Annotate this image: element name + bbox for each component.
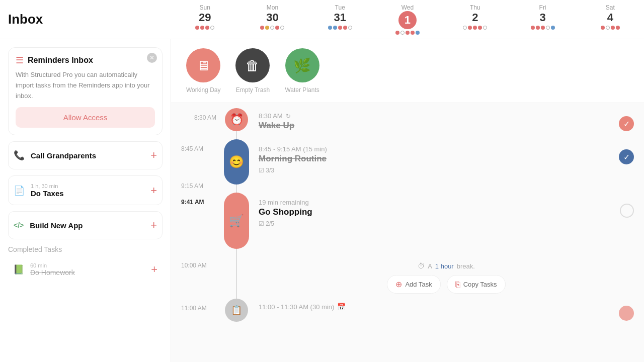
water-plants-event[interactable]: 🌿 Water Plants	[285, 48, 319, 94]
dot	[601, 26, 605, 30]
phone-icon: 📞	[14, 150, 25, 161]
add-task-button[interactable]: ⊕ Add Task	[387, 275, 440, 294]
timeline-entry-wake-up[interactable]: 8:30 AM ⏰ 8:30 AM ↻ Wake Up ✓	[181, 108, 634, 139]
dot	[210, 26, 214, 30]
dot	[328, 26, 332, 30]
cal-day-wed[interactable]: Wed 1	[374, 4, 441, 35]
event-title-active: Go Shopping	[259, 207, 620, 217]
dot	[551, 26, 555, 30]
empty-trash-icon: 🗑	[235, 48, 270, 82]
event-time: 11:00 - 11:30 AM (30 min) 📅	[259, 303, 619, 311]
item-label: Call Grandparents	[31, 151, 150, 160]
completed-sub: 60 min	[30, 262, 151, 268]
connector-line	[236, 249, 237, 257]
cal-day-tue[interactable]: Tue 31	[306, 4, 374, 35]
timeline-break-row: 10:00 AM ⏱ A 1 hour break. ⊕	[181, 257, 634, 299]
dot	[546, 26, 550, 30]
cal-day-thu[interactable]: Thu 2	[441, 4, 509, 35]
dot	[400, 31, 405, 35]
time-label: 10:00 AM	[181, 262, 216, 269]
break-text: ⏱ A 1 hour break.	[418, 262, 475, 270]
cal-day-sat[interactable]: Sat 4	[577, 4, 644, 35]
sidebar: ☰ Reminders Inbox ✕ With Structured Pro …	[0, 39, 171, 362]
page-title: Inbox	[8, 12, 43, 27]
event-subtitle: ☑ 2/5	[259, 220, 620, 227]
cal-day-num: 3	[509, 11, 576, 24]
copy-icon: ⎘	[455, 280, 460, 289]
list-item[interactable]: </> Build New App +	[8, 211, 163, 239]
dot	[478, 26, 482, 30]
cal-day-mon[interactable]: Mon 30	[238, 4, 306, 35]
item-label: Build New App	[30, 221, 150, 230]
event-title: Morning Routine	[259, 154, 619, 164]
dot	[483, 26, 487, 30]
dot	[280, 26, 284, 30]
empty-trash-label: Empty Trash	[236, 86, 270, 94]
break-highlight: 1 hour	[435, 262, 454, 270]
completed-item-label: Do Homework	[30, 268, 151, 277]
dot	[536, 26, 540, 30]
cal-day-name: Sun	[171, 4, 238, 11]
dot	[473, 26, 477, 30]
dot	[343, 26, 347, 30]
dot	[416, 31, 420, 35]
go-shopping-bubble: 🛒	[224, 193, 249, 249]
event-subtitle: ☑ 3/3	[259, 167, 619, 174]
add-button[interactable]: +	[150, 149, 157, 162]
time-label: 11:00 AM	[181, 305, 216, 312]
cal-dots	[238, 26, 306, 30]
water-plants-icon: 🌿	[285, 48, 319, 82]
timeline-entry-morning-routine[interactable]: 8:45 AM 9:15 AM 😊 8:45 - 9:15 AM (15 min…	[181, 139, 634, 193]
event-time: 8:30 AM ↻	[259, 112, 619, 120]
calendar-header: Sun 29 Mon 30	[171, 0, 644, 39]
check-empty[interactable]	[620, 204, 634, 218]
dot	[205, 26, 209, 30]
cal-dots	[374, 31, 441, 35]
check-done-blue[interactable]: ✓	[619, 149, 634, 164]
cal-dots	[509, 26, 576, 30]
event-remaining: 19 min remaining	[259, 199, 620, 206]
close-button[interactable]: ✕	[147, 53, 157, 63]
dot	[468, 26, 472, 30]
code-icon: </>	[14, 221, 24, 229]
calendar-icon: 📅	[337, 303, 346, 311]
completed-item[interactable]: 📗 60 min Do Homework +	[8, 257, 163, 282]
working-day-event[interactable]: 🖥 Working Day	[186, 48, 220, 94]
empty-trash-event[interactable]: 🗑 Empty Trash	[235, 48, 270, 94]
event-bubble-gray: 📋	[225, 299, 248, 322]
dot	[606, 26, 610, 30]
timeline-entry-11am[interactable]: 11:00 AM 📋 11:00 - 11:30 AM (30 min) 📅	[181, 299, 634, 325]
connector-line	[236, 185, 237, 193]
cal-day-sun[interactable]: Sun 29	[171, 4, 238, 35]
add-button[interactable]: +	[151, 263, 157, 276]
list-item[interactable]: 📄 1 h, 30 min Do Taxes +	[8, 175, 163, 205]
add-button[interactable]: +	[150, 219, 157, 232]
copy-tasks-button[interactable]: ⎘ Copy Tasks	[447, 275, 506, 294]
allow-access-button[interactable]: Allow Access	[16, 107, 155, 128]
time-label: 8:45 AM	[181, 139, 216, 152]
list-item[interactable]: 📞 Call Grandparents +	[8, 141, 163, 169]
event-time: 8:45 - 9:15 AM (15 min)	[259, 145, 619, 153]
break-actions: ⊕ Add Task ⎘ Copy Tasks	[387, 275, 505, 294]
reminders-card: ☰ Reminders Inbox ✕ With Structured Pro …	[8, 47, 163, 135]
dot	[406, 31, 410, 35]
book-icon: 📗	[13, 264, 24, 275]
cal-day-name: Wed	[374, 4, 441, 11]
dot	[616, 26, 620, 30]
timeline-entry-go-shopping[interactable]: 9:41 AM 🛒 19 min remaining Go Shopping ☑…	[181, 193, 634, 257]
dot	[338, 26, 342, 30]
completed-label: Completed Tasks	[8, 245, 163, 253]
add-button[interactable]: +	[150, 184, 157, 197]
plus-circle-icon: ⊕	[395, 280, 402, 289]
dot	[200, 26, 204, 30]
document-icon: 📄	[14, 185, 25, 196]
morning-routine-bubble: 😊	[224, 139, 249, 185]
event-title: Wake Up	[259, 121, 619, 131]
cal-day-fri[interactable]: Fri 3	[509, 4, 576, 35]
check-done[interactable]: ✓	[619, 116, 634, 131]
cal-dots	[171, 26, 238, 30]
cal-day-name: Thu	[441, 4, 509, 11]
cal-day-name: Tue	[306, 4, 374, 11]
cal-day-num: 29	[171, 11, 238, 24]
working-day-icon: 🖥	[186, 48, 220, 82]
